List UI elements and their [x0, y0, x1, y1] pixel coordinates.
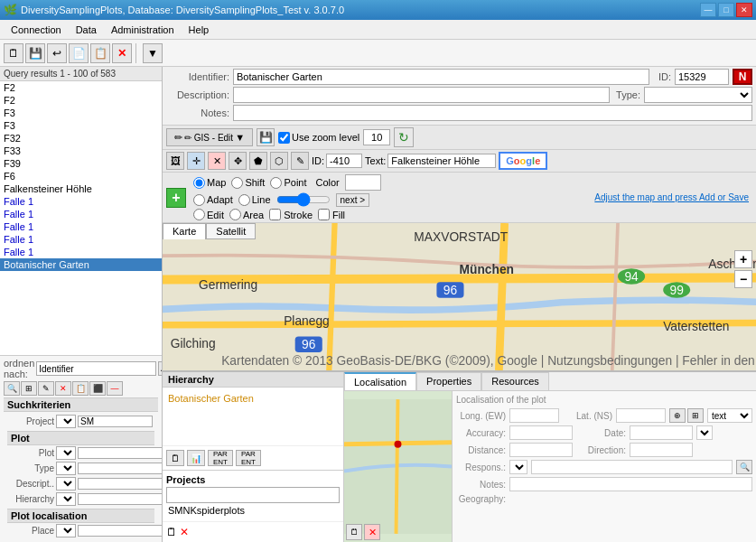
next-btn[interactable]: next > [336, 193, 370, 207]
hier-icon-btn2[interactable]: 📊 [187, 450, 205, 466]
respons-input[interactable] [531, 460, 733, 474]
google-btn[interactable]: Google [499, 152, 547, 170]
list-item[interactable]: F39 [0, 157, 162, 170]
toolbar-new-btn[interactable]: 🗒 [4, 43, 23, 63]
map-zoom-out-btn[interactable]: − [734, 270, 752, 288]
type-val-input[interactable] [78, 463, 163, 474]
tool-node-btn[interactable]: ⬡ [270, 152, 288, 170]
list-item[interactable]: Falle 1 [0, 233, 162, 246]
desc-op-select[interactable]: ~ [56, 477, 76, 491]
proj-add-icon[interactable]: 🗒 [166, 526, 177, 538]
radio-point-label[interactable]: Point [270, 177, 306, 189]
filter-btn1[interactable]: 🔍 [4, 381, 20, 396]
projects-input[interactable] [166, 487, 340, 503]
direction-input[interactable] [630, 443, 693, 457]
tool-edit2-btn[interactable]: ✎ [291, 152, 309, 170]
type-select[interactable] [644, 87, 752, 103]
zoom-input[interactable]: 10 [363, 129, 390, 145]
opacity-slider[interactable] [276, 192, 331, 207]
tool-crosshair-btn[interactable]: ✛ [187, 152, 205, 170]
filter-btn3[interactable]: ✎ [38, 381, 54, 396]
radio-area-label[interactable]: Area [229, 209, 264, 220]
radio-edit-label[interactable]: Edit [193, 209, 224, 220]
list-item-selected[interactable]: Botanischer Garten [0, 258, 162, 271]
map-tab-satellit[interactable]: Satellit [206, 223, 256, 239]
refresh-btn[interactable]: ↻ [394, 127, 414, 147]
list-item[interactable]: Falle 1 [0, 246, 162, 258]
tool-delete-btn[interactable]: ✕ [208, 152, 226, 170]
toolbar-delete-btn[interactable]: ✕ [112, 43, 132, 63]
tool-select-btn[interactable]: 🖼 [166, 152, 184, 170]
radio-point[interactable] [270, 177, 282, 189]
project-op-select[interactable]: = [56, 415, 76, 428]
toolbar-paste-btn[interactable]: 📋 [90, 43, 110, 63]
list-item[interactable]: Falle 1 [0, 195, 162, 208]
gis-save-btn[interactable]: 💾 [257, 128, 275, 146]
radio-adapt[interactable] [193, 194, 205, 206]
type-op-select[interactable]: ~ [56, 462, 76, 475]
projects-item[interactable]: SMNKspiderplots [166, 503, 340, 518]
radio-shift[interactable] [231, 177, 243, 189]
hier-icon-btn1[interactable]: 🗒 [166, 450, 184, 466]
list-item[interactable]: Falkensteiner Höhle [0, 182, 162, 195]
filter-btn4[interactable]: ✕ [55, 381, 71, 396]
tab-localisation[interactable]: Localisation [344, 372, 416, 390]
notes-input[interactable] [233, 105, 752, 121]
stroke-checkbox-label[interactable]: Stroke [269, 209, 313, 220]
color-box[interactable] [345, 174, 381, 191]
coord-btn1[interactable]: ⊕ [669, 408, 686, 423]
respons-select[interactable] [509, 460, 527, 474]
radio-line-label[interactable]: Line [238, 194, 271, 206]
plot-val-input[interactable] [78, 447, 163, 459]
project-val-input[interactable] [78, 416, 153, 427]
gis-edit-btn[interactable]: ✏ ✏ GIS - Edit ▼ [166, 128, 253, 146]
tool-polygon-btn[interactable]: ⬟ [249, 152, 267, 170]
toolbar-undo-btn[interactable]: ↩ [47, 43, 67, 63]
adjust-link[interactable]: Adjust the map and press Add or Save [388, 192, 752, 202]
fill-checkbox-label[interactable]: Fill [318, 209, 345, 220]
hier-parent-btn2[interactable]: PARENT [236, 450, 261, 466]
radio-edit[interactable] [193, 209, 205, 220]
radio-adapt-label[interactable]: Adapt [193, 194, 233, 206]
radio-area[interactable] [229, 209, 241, 220]
distance-input[interactable] [509, 443, 573, 457]
accuracy-input[interactable] [509, 425, 573, 440]
toolbar-save-btn[interactable]: 💾 [25, 43, 45, 63]
place-op-select[interactable]: ~ [56, 524, 76, 537]
hier-val-input[interactable] [78, 493, 163, 505]
preview-del-btn[interactable]: ✕ [364, 524, 380, 540]
map-zoom-in-btn[interactable]: + [734, 250, 752, 268]
fill-checkbox[interactable] [318, 209, 330, 220]
date-select[interactable] [696, 425, 713, 440]
map-tab-karte[interactable]: Karte [163, 223, 206, 239]
desc-val-input[interactable] [78, 478, 163, 490]
list-item[interactable]: F32 [0, 132, 162, 145]
map-container[interactable]: Karte Satellit Münche [163, 223, 756, 370]
notes-local-input[interactable] [509, 477, 752, 491]
lat-input[interactable] [616, 408, 666, 423]
preview-add-btn[interactable]: 🗒 [346, 524, 362, 540]
tool-move-btn[interactable]: ✥ [229, 152, 247, 170]
menu-data[interactable]: Data [69, 23, 104, 37]
description-input[interactable] [233, 87, 610, 103]
zoom-checkbox-label[interactable]: Use zoom level [278, 132, 359, 144]
hierarchy-item[interactable]: Botanischer Garten [166, 391, 340, 406]
list-item[interactable]: Falle 1 [0, 208, 162, 220]
menu-connection[interactable]: Connection [4, 23, 69, 37]
radio-map[interactable] [193, 177, 205, 189]
stroke-checkbox[interactable] [269, 209, 281, 220]
plot-op-select[interactable]: ~ [56, 446, 76, 460]
add-btn[interactable]: + [166, 188, 186, 208]
maximize-button[interactable]: □ [718, 3, 734, 17]
minimize-button[interactable]: — [700, 3, 716, 17]
place-val-input[interactable] [78, 525, 163, 537]
sort-select[interactable]: Identifier [36, 361, 156, 376]
list-item[interactable]: F33 [0, 145, 162, 157]
coord-btn2[interactable]: ⊞ [687, 408, 704, 423]
filter-btn5[interactable]: 📋 [72, 381, 89, 396]
radio-map-label[interactable]: Map [193, 177, 226, 189]
list-item[interactable]: F2 [0, 81, 162, 94]
toolbar-arrow-btn[interactable]: ▼ [143, 43, 163, 63]
filter-btn7[interactable]: — [107, 381, 123, 396]
menu-administration[interactable]: Administration [104, 23, 182, 37]
